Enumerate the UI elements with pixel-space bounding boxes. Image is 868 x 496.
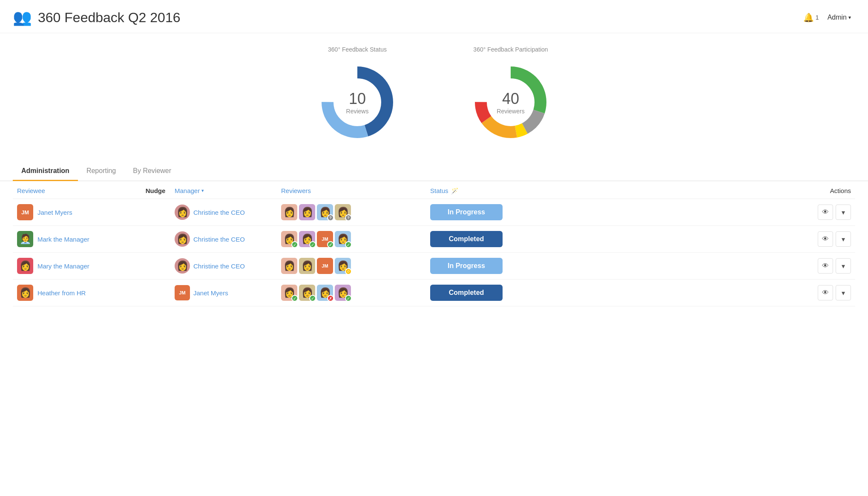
table-row: 🧑‍💼 Mark the Manager 👩 Christine the CEO… xyxy=(13,226,855,253)
manager-avatar: 👩 xyxy=(175,231,190,247)
reviewer-avatar: JM ✓ xyxy=(317,231,333,247)
view-button[interactable]: 👁 xyxy=(818,205,833,220)
status-cell: Completed xyxy=(430,285,808,301)
reviewer-avatar: 👩 ✓ xyxy=(281,285,297,301)
col-header-nudge[interactable]: Nudge xyxy=(136,187,175,194)
status-dot-clock: ⏱ xyxy=(345,268,351,274)
col-header-actions: Actions xyxy=(808,187,851,194)
reviewer-avatar: 👩 xyxy=(299,258,315,274)
reviewee-name[interactable]: Mary the Manager xyxy=(37,262,89,270)
manager-cell: 👩 Christine the CEO xyxy=(175,258,281,274)
reviewee-avatar: JM xyxy=(17,204,33,220)
status-cell: Completed xyxy=(430,231,808,247)
manager-name[interactable]: Christine the CEO xyxy=(193,209,245,216)
page-title: 360 Feedback Q2 2016 xyxy=(38,10,180,26)
reviewee-cell: 👩 Mary the Manager xyxy=(17,258,136,274)
status-button[interactable]: In Progress xyxy=(430,204,503,220)
col-header-reviewee[interactable]: Reviewee xyxy=(17,187,136,194)
reviewer-avatar: 👩 xyxy=(281,258,297,274)
col-header-manager[interactable]: Manager ▾ xyxy=(175,187,281,194)
charts-section: 360° Feedback Status 10 Reviews 360° Fee… xyxy=(0,33,868,162)
header-right: 🔔 1 Admin ▾ xyxy=(803,12,851,23)
status-dot-check: ✓ xyxy=(291,295,297,301)
chevron-down-icon: ▾ xyxy=(848,14,851,20)
reviewee-name[interactable]: Mark the Manager xyxy=(37,236,89,243)
status-cell: In Progress xyxy=(430,204,808,220)
header: 👥 360 Feedback Q2 2016 🔔 1 Admin ▾ xyxy=(0,0,868,33)
table-row: 👩 Heather from HR JM Janet Myers 👩 ✓ 👩 ✓… xyxy=(13,280,855,306)
reviewee-cell: JM Janet Myers xyxy=(17,204,136,220)
reviewer-avatar: 👩 ✓ xyxy=(299,285,315,301)
status-cell: In Progress xyxy=(430,258,808,274)
status-dot-check: ✓ xyxy=(309,295,315,301)
status-dot-check: ✓ xyxy=(291,241,297,247)
reviewer-avatar: JM xyxy=(317,258,333,274)
tabs: Administration Reporting By Reviewer xyxy=(13,162,855,181)
table-row: 👩 Mary the Manager 👩 Christine the CEO 👩… xyxy=(13,253,855,280)
reviewee-avatar: 👩 xyxy=(17,285,33,301)
reviewers-cell: 👩 👩 JM 👩 ⏱ xyxy=(281,258,430,274)
dropdown-button[interactable]: ▾ xyxy=(836,205,851,220)
manager-avatar: JM xyxy=(175,285,190,300)
reviewers-cell: 👩 ✓ 👩 ✓ JM ✓ 👩 ✓ xyxy=(281,231,430,247)
status-dot-check: ✓ xyxy=(309,241,315,247)
manager-cell: 👩 Christine the CEO xyxy=(175,205,281,220)
status-chart-title: 360° Feedback Status xyxy=(328,46,387,53)
bell-icon: 🔔 xyxy=(803,12,814,23)
admin-menu[interactable]: Admin ▾ xyxy=(828,14,851,21)
col-header-reviewers: Reviewers xyxy=(281,187,430,194)
notification-bell[interactable]: 🔔 1 xyxy=(803,12,819,23)
tabs-section: Administration Reporting By Reviewer xyxy=(0,162,868,181)
actions-cell: 👁 ▾ xyxy=(808,258,851,274)
reviewee-name[interactable]: Heather from HR xyxy=(37,289,86,297)
reviewers-cell: 👩 👩 👩 ? 👩 ? xyxy=(281,204,430,220)
manager-name[interactable]: Christine the CEO xyxy=(193,262,245,270)
reviewer-avatar: 👩 ? xyxy=(317,204,333,220)
reviewer-avatar: 👩 xyxy=(299,204,315,220)
dropdown-button[interactable]: ▾ xyxy=(836,285,851,300)
tab-by-reviewer[interactable]: By Reviewer xyxy=(124,162,180,181)
reviewee-avatar: 👩 xyxy=(17,258,33,274)
manager-label: Manager xyxy=(175,187,200,194)
status-dot-check: ✓ xyxy=(327,241,333,247)
admin-label: Admin xyxy=(828,14,847,21)
reviewer-avatar: 👩 ✓ xyxy=(335,285,351,301)
manager-name[interactable]: Christine the CEO xyxy=(193,236,245,243)
manager-cell: 👩 Christine the CEO xyxy=(175,231,281,247)
tab-reporting[interactable]: Reporting xyxy=(78,162,124,181)
dropdown-button[interactable]: ▾ xyxy=(836,258,851,274)
view-button[interactable]: 👁 xyxy=(818,231,833,247)
participation-donut: 40 Reviewers xyxy=(468,60,553,145)
reviewee-cell: 👩 Heather from HR xyxy=(17,285,136,301)
status-dot-check: ✓ xyxy=(345,241,351,247)
status-label: Status xyxy=(430,187,448,194)
status-button[interactable]: In Progress xyxy=(430,258,503,274)
manager-name[interactable]: Janet Myers xyxy=(193,289,228,297)
status-donut: 10 Reviews xyxy=(315,60,400,145)
dropdown-button[interactable]: ▾ xyxy=(836,231,851,247)
reviewee-avatar: 🧑‍💼 xyxy=(17,231,33,247)
manager-avatar: 👩 xyxy=(175,205,190,220)
reviewee-name[interactable]: Janet Myers xyxy=(37,209,72,216)
reviewee-cell: 🧑‍💼 Mark the Manager xyxy=(17,231,136,247)
wand-icon: 🪄 xyxy=(451,187,458,194)
participation-chart: 360° Feedback Participation 40 Reviewers xyxy=(468,46,553,145)
status-button[interactable]: Completed xyxy=(430,285,503,301)
view-button[interactable]: 👁 xyxy=(818,285,833,300)
manager-avatar: 👩 xyxy=(175,258,190,274)
manager-cell: JM Janet Myers xyxy=(175,285,281,300)
status-dot-question: ? xyxy=(345,214,351,220)
reviewer-avatar: 👩 ? xyxy=(335,204,351,220)
sort-icon: ▾ xyxy=(201,188,204,193)
table-row: JM Janet Myers 👩 Christine the CEO 👩 👩 👩… xyxy=(13,199,855,226)
reviewers-cell: 👩 ✓ 👩 ✓ 👩 ✗ 👩 ✓ xyxy=(281,285,430,301)
tab-administration[interactable]: Administration xyxy=(13,162,78,181)
col-header-status[interactable]: Status 🪄 xyxy=(430,187,808,194)
header-left: 👥 360 Feedback Q2 2016 xyxy=(13,9,180,26)
reviewer-avatar: 👩 ⏱ xyxy=(335,258,351,274)
view-button[interactable]: 👁 xyxy=(818,258,833,274)
status-button[interactable]: Completed xyxy=(430,231,503,247)
status-dot-question: ? xyxy=(327,214,333,220)
actions-cell: 👁 ▾ xyxy=(808,205,851,220)
table-header: Reviewee Nudge Manager ▾ Reviewers Statu… xyxy=(13,181,855,199)
